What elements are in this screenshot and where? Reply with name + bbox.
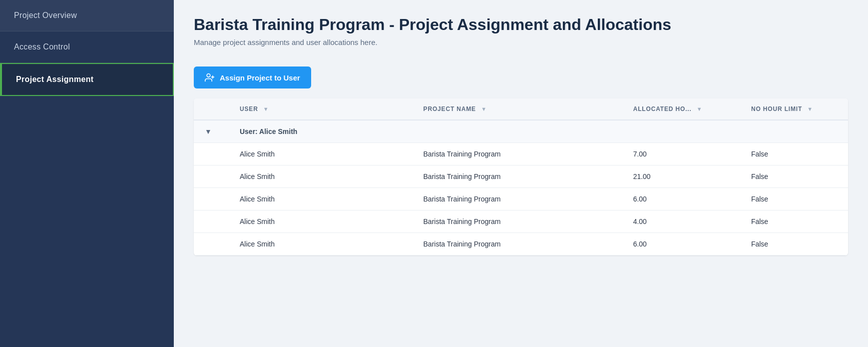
user-filter-icon[interactable]: ▼ — [263, 106, 269, 112]
hours-filter-icon[interactable]: ▼ — [697, 106, 703, 112]
assign-button-label: Assign Project to User — [220, 74, 300, 82]
col-header-nolimit: NO HOUR LIMIT ▼ — [743, 98, 848, 120]
cell-nolimit: False — [743, 143, 848, 166]
cell-nolimit: False — [743, 166, 848, 188]
col-header-user: USER ▼ — [232, 98, 416, 120]
cell-hours: 6.00 — [625, 188, 743, 210]
expand-cell: ▼ — [194, 120, 232, 143]
table-row: Alice Smith Barista Training Program 4.0… — [194, 210, 848, 233]
sidebar: Project Overview Access Control Project … — [0, 0, 174, 347]
assign-project-button[interactable]: Assign Project to User — [194, 66, 311, 88]
cell-project: Barista Training Program — [416, 210, 625, 233]
page-title: Barista Training Program - Project Assig… — [194, 15, 848, 34]
col-header-hours: ALLOCATED HO... ▼ — [625, 98, 743, 120]
nolimit-filter-icon[interactable]: ▼ — [807, 106, 813, 112]
table-body: ▼ User: Alice Smith Alice Smith Barista … — [194, 120, 848, 256]
cell-nolimit: False — [743, 210, 848, 233]
cell-user: Alice Smith — [232, 233, 416, 256]
page-header: Barista Training Program - Project Assig… — [174, 0, 868, 56]
group-label: User: Alice Smith — [232, 120, 848, 143]
cell-nolimit: False — [743, 188, 848, 210]
main-content: Barista Training Program - Project Assig… — [174, 0, 868, 347]
sidebar-item-access-control[interactable]: Access Control — [0, 32, 174, 63]
table-row: Alice Smith Barista Training Program 6.0… — [194, 188, 848, 210]
assignments-table-container: USER ▼ PROJECT NAME ▼ ALLOCATED HO... ▼ — [194, 98, 848, 256]
project-filter-icon[interactable]: ▼ — [481, 106, 487, 112]
assign-users-icon — [205, 72, 215, 82]
page-subtitle: Manage project assignments and user allo… — [194, 38, 848, 46]
cell-project: Barista Training Program — [416, 188, 625, 210]
expand-button[interactable]: ▼ — [202, 126, 215, 136]
sidebar-item-project-overview[interactable]: Project Overview — [0, 0, 174, 32]
sidebar-item-label: Project Overview — [14, 11, 77, 20]
cell-user: Alice Smith — [232, 188, 416, 210]
cell-nolimit: False — [743, 233, 848, 256]
sidebar-item-label: Project Assignment — [16, 75, 93, 84]
cell-hours: 21.00 — [625, 166, 743, 188]
svg-point-0 — [207, 74, 210, 78]
sidebar-item-label: Access Control — [14, 42, 70, 51]
col-header-project: PROJECT NAME ▼ — [416, 98, 625, 120]
group-row-alice-smith: ▼ User: Alice Smith — [194, 120, 848, 143]
cell-hours: 4.00 — [625, 210, 743, 233]
cell-project: Barista Training Program — [416, 166, 625, 188]
cell-project: Barista Training Program — [416, 143, 625, 166]
cell-user: Alice Smith — [232, 166, 416, 188]
table-header: USER ▼ PROJECT NAME ▼ ALLOCATED HO... ▼ — [194, 98, 848, 120]
table-row: Alice Smith Barista Training Program 21.… — [194, 166, 848, 188]
cell-project: Barista Training Program — [416, 233, 625, 256]
cell-user: Alice Smith — [232, 143, 416, 166]
table-row: Alice Smith Barista Training Program 7.0… — [194, 143, 848, 166]
cell-user: Alice Smith — [232, 210, 416, 233]
main-body: Assign Project to User USER ▼ PROJECT NA… — [174, 56, 868, 347]
sidebar-item-project-assignment[interactable]: Project Assignment — [0, 63, 174, 96]
assignments-table: USER ▼ PROJECT NAME ▼ ALLOCATED HO... ▼ — [194, 98, 848, 256]
cell-hours: 7.00 — [625, 143, 743, 166]
col-header-expand — [194, 98, 232, 120]
cell-hours: 6.00 — [625, 233, 743, 256]
table-row: Alice Smith Barista Training Program 6.0… — [194, 233, 848, 256]
